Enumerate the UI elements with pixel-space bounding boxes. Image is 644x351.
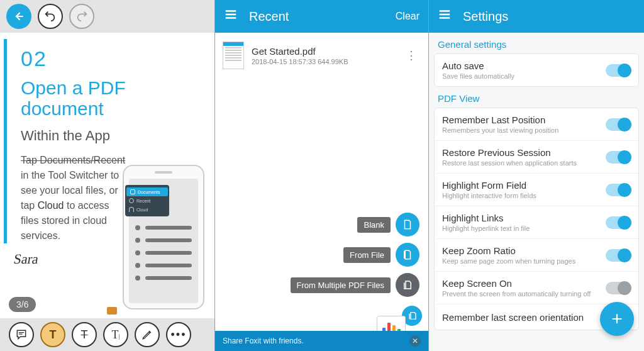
section-general: General settings — [429, 33, 644, 53]
close-icon: ✕ — [412, 337, 418, 345]
fab-blank-button[interactable] — [396, 213, 419, 237]
blank-page-icon — [402, 219, 413, 230]
page-number-heading: 02 — [21, 47, 201, 71]
pencil-icon — [142, 329, 153, 340]
section-pdfview: PDF View — [429, 87, 644, 108]
toggle-keep-zoom[interactable] — [606, 249, 631, 262]
comment-icon — [15, 328, 28, 341]
viewer-toolbar: T T T| ••• — [0, 318, 214, 351]
share-multiple-icon — [407, 311, 417, 321]
more-icon: ••• — [171, 328, 187, 342]
file-row[interactable]: Get Started.pdf 2018-04-15 18:57:33 644.… — [215, 33, 428, 78]
setting-highlight-links[interactable]: Highlight Links Highlight hyperlink text… — [435, 206, 638, 239]
page-indicator: 3/6 — [9, 297, 36, 312]
kebab-icon: ⋮ — [406, 49, 417, 62]
file-thumbnail — [223, 42, 244, 69]
clear-button[interactable]: Clear — [396, 11, 419, 22]
menu-button[interactable] — [438, 8, 452, 25]
fab-label-blank: Blank — [357, 217, 391, 233]
fab-label-fromfile: From File — [343, 247, 391, 263]
pdfview-settings-card: Remember Last Position Remembers your la… — [434, 108, 639, 330]
hamburger-icon — [224, 8, 238, 21]
comment-tool-button[interactable] — [9, 322, 34, 347]
doc-body: Tap Documents/Recent in the Tool Switche… — [21, 153, 128, 243]
setting-restore-session[interactable]: Restore Previous Session Restore last se… — [435, 141, 638, 174]
doc-title: Open a PDF document — [21, 77, 201, 119]
add-fab-button[interactable]: + — [600, 302, 634, 336]
highlight-tool-button[interactable]: T — [40, 322, 65, 347]
fab-from-multiple-button[interactable] — [396, 273, 419, 297]
doc-subtitle: Within the App — [21, 128, 201, 144]
file-info: Get Started.pdf 2018-04-15 18:57:33 644.… — [252, 46, 348, 65]
strikethrough-icon: T — [81, 328, 88, 342]
hamburger-icon — [438, 8, 452, 21]
tool-switcher-popover: Documents Recent Cloud — [125, 185, 169, 216]
file-icon — [402, 249, 413, 260]
toggle-keep-screen-on[interactable] — [606, 282, 631, 294]
arrow-left-icon — [13, 10, 25, 23]
multiple-files-icon — [402, 279, 413, 291]
back-button[interactable] — [6, 4, 31, 29]
file-name: Get Started.pdf — [252, 46, 348, 57]
text-highlight-icon: T — [50, 328, 57, 342]
setting-keep-zoom[interactable]: Keep Zoom Ratio Keep same page zoom when… — [435, 239, 638, 272]
toggle-autosave[interactable] — [606, 64, 631, 77]
setting-highlight-form[interactable]: Highlight Form Field Highlight interacti… — [435, 174, 638, 206]
toggle-highlight-form[interactable] — [606, 184, 631, 196]
viewer-topbar — [0, 0, 214, 33]
text-cursor-tool-button[interactable]: T| — [103, 322, 128, 347]
settings-appbar: Settings — [429, 0, 644, 33]
create-menu: Blank From File From Multiple PDF Files — [291, 213, 419, 297]
file-meta: 2018-04-15 18:57:33 644.99KB — [252, 58, 348, 65]
redo-button[interactable] — [69, 4, 94, 29]
undo-button[interactable] — [38, 4, 63, 29]
phone-illustration: Documents Recent Cloud — [123, 165, 204, 309]
setting-remember-position[interactable]: Remember Last Position Remembers your la… — [435, 108, 638, 141]
share-bar[interactable]: Share Foxit with friends. ✕ — [215, 331, 428, 351]
recent-panel: Recent Clear Get Started.pdf 2018-04-15 … — [214, 0, 429, 351]
general-settings-card: Auto save Save files automatically — [434, 53, 639, 87]
settings-title: Settings — [463, 9, 635, 24]
plus-icon: + — [611, 308, 623, 330]
toggle-highlight-links[interactable] — [606, 216, 631, 229]
share-text: Share Foxit with friends. — [223, 337, 304, 345]
fab-from-file-button[interactable] — [396, 243, 419, 267]
setting-autosave[interactable]: Auto save Save files automatically — [435, 54, 638, 86]
recent-appbar: Recent Clear — [215, 0, 428, 33]
note-icon[interactable] — [107, 307, 117, 315]
share-close-button[interactable]: ✕ — [409, 335, 421, 347]
text-cursor-icon: T| — [111, 328, 119, 342]
pdf-viewer-panel: 02 Open a PDF document Within the App Ta… — [0, 0, 214, 351]
redo-icon — [75, 9, 89, 23]
setting-keep-screen-on[interactable]: Keep Screen On Prevent the screen from a… — [435, 272, 638, 304]
settings-panel: Settings General settings Auto save Save… — [429, 0, 644, 351]
pencil-tool-button[interactable] — [135, 322, 160, 347]
recent-title: Recent — [249, 9, 384, 24]
menu-button[interactable] — [224, 8, 238, 25]
strikethrough-tool-button[interactable]: T — [72, 322, 97, 347]
undo-icon — [43, 9, 57, 23]
file-more-button[interactable]: ⋮ — [402, 48, 421, 62]
fab-label-multiple: From Multiple PDF Files — [291, 277, 391, 293]
more-tools-button[interactable]: ••• — [166, 322, 191, 347]
toggle-restore-session[interactable] — [606, 151, 631, 164]
toggle-remember-position[interactable] — [606, 118, 631, 131]
